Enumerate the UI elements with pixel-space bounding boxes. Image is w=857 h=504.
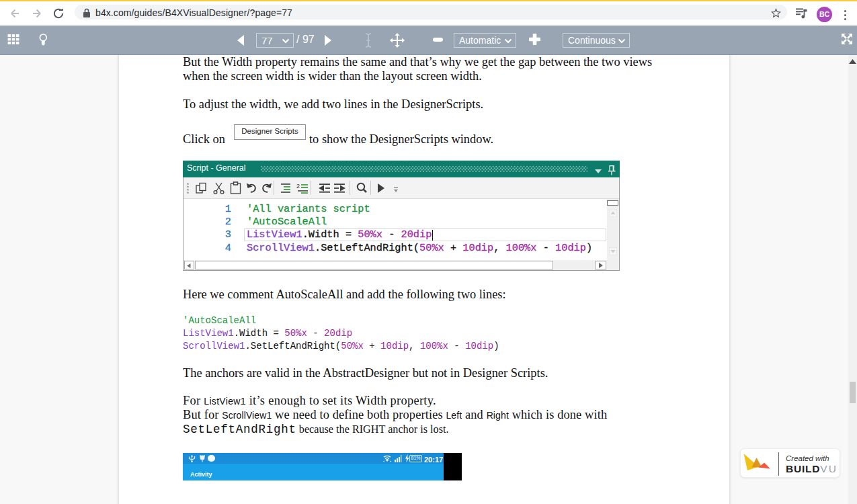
svg-text:2: 2 (296, 183, 300, 190)
